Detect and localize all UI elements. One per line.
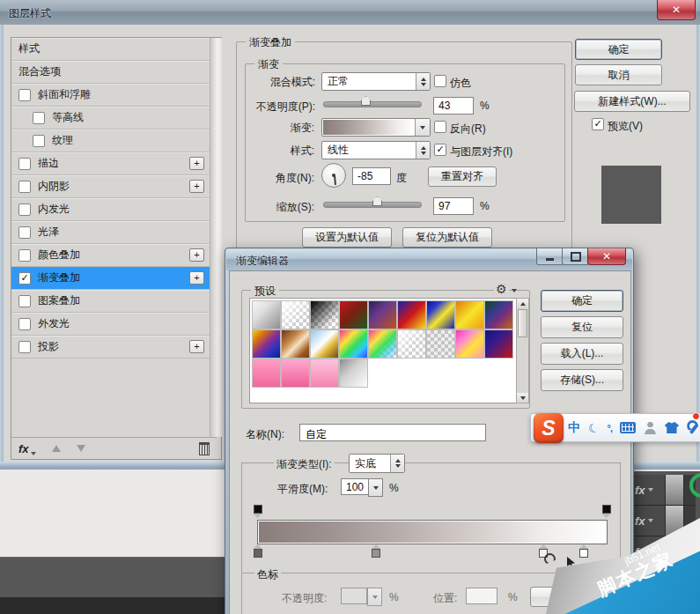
opacity-value-field[interactable]: 43 — [433, 97, 474, 115]
editor-ok-button[interactable]: 确定 — [541, 290, 623, 312]
gradient-dropdown-arrow-icon[interactable] — [415, 119, 430, 136]
gradient-preset-2[interactable] — [282, 301, 309, 329]
add-effect-button[interactable]: + — [189, 340, 204, 353]
stop-opacity-field[interactable] — [341, 588, 367, 604]
sidebar-item-混合选项[interactable]: 混合选项 — [11, 61, 210, 84]
opacity-slider[interactable] — [323, 101, 422, 107]
preview-checkbox[interactable]: ✓ — [592, 118, 604, 130]
gradient-preset-6[interactable] — [398, 301, 425, 329]
gradient-preset-17[interactable] — [456, 330, 483, 358]
blend-mode-select[interactable]: 正常 — [321, 72, 431, 91]
select-spinner-icon[interactable] — [416, 73, 430, 90]
editor-load-button[interactable]: 载入(L)... — [541, 343, 623, 365]
scale-slider[interactable] — [323, 202, 422, 208]
dither-checkbox[interactable] — [434, 75, 446, 87]
style-checkbox[interactable] — [18, 341, 31, 353]
style-checkbox[interactable] — [18, 295, 31, 307]
ime-skin-icon[interactable] — [665, 422, 680, 433]
editor-save-button[interactable]: 存储(S)... — [541, 369, 623, 391]
style-checkbox[interactable] — [33, 112, 45, 124]
style-checkbox[interactable] — [18, 318, 31, 330]
add-effect-button[interactable]: + — [189, 180, 204, 193]
gradient-preset-14[interactable] — [369, 330, 396, 358]
sidebar-item-内发光[interactable]: 内发光 — [11, 198, 210, 221]
ime-keyboard-icon[interactable] — [620, 422, 636, 433]
style-checkbox[interactable] — [18, 158, 31, 170]
gradient-preset-20[interactable] — [282, 359, 309, 387]
delete-effect-icon[interactable] — [199, 442, 210, 455]
gradient-preset-21[interactable] — [311, 359, 338, 387]
gradient-preset-3[interactable] — [311, 301, 338, 329]
stop-position-field[interactable] — [466, 588, 497, 604]
add-effect-button[interactable]: + — [189, 248, 204, 262]
style-checkbox[interactable]: ✓ — [18, 272, 31, 285]
ime-logo[interactable]: S — [534, 413, 564, 443]
scroll-thumb[interactable] — [518, 309, 527, 337]
sidebar-item-图案叠加[interactable]: 图案叠加 — [11, 290, 210, 313]
select-spinner-icon[interactable] — [390, 455, 404, 472]
gradient-preset-16[interactable] — [427, 330, 454, 358]
set-default-button[interactable]: 设置为默认值 — [302, 227, 392, 248]
add-effect-menu-button[interactable]: fx — [18, 442, 36, 455]
move-effect-up-icon[interactable] — [52, 445, 61, 452]
styles-list-scrollbar[interactable] — [210, 38, 222, 437]
gradient-preset-5[interactable] — [369, 301, 396, 329]
cancel-button[interactable]: 取消 — [575, 64, 662, 85]
gradient-preset-10[interactable] — [253, 330, 280, 358]
style-select[interactable]: 线性 — [321, 141, 431, 159]
ok-button[interactable]: 确定 — [575, 39, 662, 60]
type-select[interactable]: 实底 — [349, 454, 405, 473]
gradient-preset-19[interactable] — [253, 359, 280, 387]
style-checkbox[interactable] — [18, 249, 31, 262]
reverse-checkbox[interactable] — [434, 121, 446, 133]
ime-punctuation-icon[interactable]: °, — [608, 423, 612, 433]
reset-default-button[interactable]: 复位为默认值 — [402, 227, 492, 248]
sidebar-item-颜色叠加[interactable]: 颜色叠加+ — [11, 244, 210, 267]
gradient-preset-8[interactable] — [456, 301, 483, 329]
scroll-up-icon[interactable] — [517, 299, 528, 308]
color-stop[interactable] — [253, 544, 262, 558]
style-checkbox[interactable] — [33, 135, 45, 147]
style-checkbox[interactable] — [18, 181, 31, 193]
layer-effect-row[interactable]: fx — [628, 475, 700, 506]
select-spinner-icon[interactable] — [416, 142, 430, 159]
add-effect-button[interactable]: + — [189, 157, 204, 170]
smoothness-dropdown-button[interactable] — [368, 478, 383, 497]
minimize-button[interactable] — [536, 248, 564, 265]
gradient-swatch-well[interactable] — [321, 118, 431, 137]
add-effect-button[interactable]: + — [189, 271, 204, 285]
color-stop[interactable] — [372, 544, 381, 558]
gear-icon[interactable]: ⚙ — [494, 282, 509, 296]
gradient-preset-22[interactable] — [340, 359, 367, 387]
style-checkbox[interactable] — [18, 226, 31, 239]
angle-dial[interactable] — [321, 163, 346, 188]
opacity-stop[interactable] — [253, 505, 262, 518]
sidebar-item-样式[interactable]: 样式 — [11, 38, 210, 61]
ime-settings-icon[interactable] — [687, 421, 700, 435]
sidebar-item-描边[interactable]: 描边+ — [11, 152, 210, 175]
sidebar-item-投影[interactable]: 投影+ — [11, 336, 210, 359]
gradient-preset-13[interactable] — [340, 330, 367, 358]
scroll-down-icon[interactable] — [517, 393, 528, 403]
style-checkbox[interactable] — [18, 203, 31, 216]
gradient-preset-9[interactable] — [485, 301, 512, 329]
reset-align-button[interactable]: 重置对齐 — [428, 166, 497, 187]
angle-value-field[interactable]: -85 — [352, 167, 391, 185]
stop-opacity-dropdown-icon[interactable] — [367, 588, 382, 606]
gradient-preset-4[interactable] — [340, 301, 367, 329]
sidebar-item-外发光[interactable]: 外发光 — [11, 313, 210, 336]
gradient-preset-1[interactable] — [253, 301, 280, 329]
gradient-editor-close-button[interactable]: ✕ — [587, 248, 626, 265]
ime-moon-icon[interactable]: ☾ — [586, 419, 601, 436]
smoothness-value-field[interactable]: 100 — [341, 478, 370, 495]
sidebar-item-内阴影[interactable]: 内阴影+ — [11, 175, 210, 198]
sidebar-item-渐变叠加[interactable]: ✓渐变叠加+ — [11, 267, 210, 290]
name-field[interactable]: 自定 — [299, 424, 486, 441]
gradient-editor-titlebar[interactable]: 渐变编辑器 ✕ — [226, 249, 632, 270]
maximize-button[interactable] — [562, 248, 589, 265]
gradient-preset-12[interactable] — [311, 330, 338, 358]
close-button[interactable]: ✕ — [657, 0, 696, 20]
sidebar-item-等高线[interactable]: 等高线 — [11, 107, 210, 129]
align-layer-checkbox[interactable]: ✓ — [434, 144, 446, 156]
layer-style-titlebar[interactable]: 图层样式 ✕ — [0, 0, 700, 26]
